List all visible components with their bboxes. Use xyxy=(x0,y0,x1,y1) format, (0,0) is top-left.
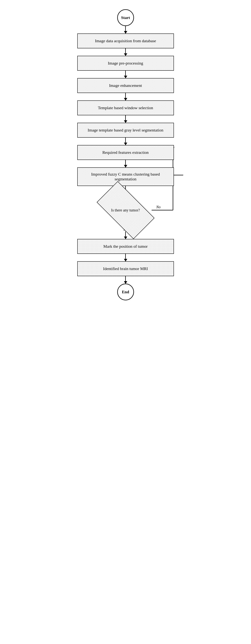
start-node: Start xyxy=(117,9,134,26)
step1-node: Image data acquisition from database xyxy=(77,34,174,48)
step6-label: Required features extraction xyxy=(102,150,149,155)
step9-label: Identified brain tumor MRI xyxy=(103,266,148,271)
end-label: End xyxy=(122,290,129,294)
step4-node: Template based window selection xyxy=(77,100,174,115)
arrow-6 xyxy=(125,138,126,145)
step2-label: Image pre-processing xyxy=(108,61,143,66)
arrow-10 xyxy=(125,254,126,261)
arrow-11 xyxy=(125,276,126,284)
step3-label: Image enhancement xyxy=(109,83,142,88)
step7-node: Improved fuzzy C means clustering based … xyxy=(77,167,174,186)
arrow-3 xyxy=(125,71,126,78)
arrow-7 xyxy=(125,160,126,167)
step8-label: Mark the position of tumor xyxy=(103,244,148,249)
decision-text: Is there any tumor? xyxy=(105,208,146,212)
step9-node: Identified brain tumor MRI xyxy=(77,261,174,276)
start-label: Start xyxy=(121,15,130,20)
arrow-5 xyxy=(125,115,126,123)
arrow-9 xyxy=(125,232,126,239)
step1-label: Image data acquisition from database xyxy=(95,38,156,43)
step5-node: Image template based gray level segmenta… xyxy=(77,123,174,138)
step2-node: Image pre-processing xyxy=(77,56,174,71)
flowchart: Start Image data acquisition from databa… xyxy=(68,4,183,300)
step4-label: Template based window selection xyxy=(98,106,153,110)
step5-label: Image template based gray level segmenta… xyxy=(88,128,163,132)
step8-node: Mark the position of tumor xyxy=(77,239,174,254)
step3-node: Image enhancement xyxy=(77,78,174,93)
end-node: End xyxy=(117,284,134,300)
step6-node: Required features extraction xyxy=(77,145,174,160)
arrow-2 xyxy=(125,48,126,56)
arrow-4 xyxy=(125,93,126,100)
decision-node: Is there any tumor? xyxy=(94,194,157,227)
step7-label: Improved fuzzy C means clustering based … xyxy=(81,172,170,182)
arrow-1 xyxy=(125,26,126,34)
